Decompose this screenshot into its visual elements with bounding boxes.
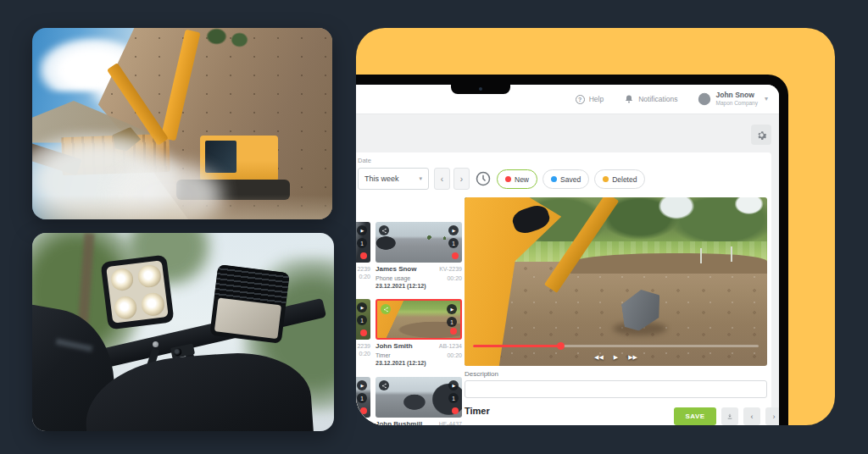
play-icon[interactable]: ▶ (448, 225, 459, 235)
description-input[interactable] (465, 380, 767, 398)
event-type: Timer (376, 352, 391, 359)
user-name: John Snow (715, 91, 758, 100)
new-status-dot (360, 252, 367, 259)
event-count-badge: 1 (357, 315, 367, 325)
share-icon[interactable] (379, 380, 389, 390)
filter-pill-deleted[interactable]: Deleted (594, 169, 645, 189)
forward-icon[interactable]: ▶▶ (628, 354, 637, 361)
video-thumbnail[interactable]: ▶ 1 (376, 222, 462, 263)
previous-video-button[interactable]: ‹ (743, 407, 760, 425)
video-list-item-selected[interactable]: ▶ 1 John SmithAB-1234 Timer00:20 23.12.2… (376, 299, 462, 366)
filter-pill-new[interactable]: New (497, 169, 537, 189)
video-date: 23.12.2021 (12:12) (376, 283, 462, 289)
event-count-badge: 1 (447, 317, 457, 327)
avatar-icon (698, 92, 711, 106)
app-screen: ? Help Notifications John Snow Mapon Com… (356, 85, 779, 425)
play-icon[interactable]: ▶ (357, 225, 367, 235)
video-list-item-partial[interactable]: ▶ 1 (356, 377, 370, 418)
help-menu-item[interactable]: ? Help (576, 95, 604, 104)
help-label: Help (589, 95, 604, 103)
video-list-item-partial[interactable]: ▶ 1 2239 0:20 (356, 299, 370, 358)
ground-shape (32, 195, 332, 219)
notifications-label: Notifications (638, 95, 677, 103)
camera-lens-shape (173, 348, 182, 357)
video-thumbnail[interactable]: ▶ 1 (376, 377, 462, 418)
download-button[interactable] (721, 407, 738, 425)
download-icon (726, 412, 733, 420)
driver-name: John Smith (376, 342, 413, 352)
user-menu[interactable]: John Snow Mapon Company ▾ (698, 91, 768, 106)
video-thumbnail[interactable]: ▶ 1 (356, 377, 370, 418)
laptop-mockup: ? Help Notifications John Snow Mapon Com… (356, 75, 788, 425)
bell-icon (624, 94, 634, 104)
new-status-dot (505, 176, 511, 182)
video-duration: 0:20 (359, 350, 370, 357)
play-icon[interactable]: ▶ (357, 380, 367, 390)
led-lamp-left (101, 255, 175, 329)
video-date: 23.12.2021 (12:12) (376, 360, 462, 366)
time-filter-button[interactable] (475, 170, 492, 187)
settings-button[interactable] (751, 125, 771, 145)
video-thumbnail[interactable]: ▶ 1 (356, 299, 370, 340)
vehicle-plate: HF-4437 (439, 420, 462, 425)
chevron-down-icon: ▾ (765, 95, 768, 102)
clock-icon (475, 170, 492, 187)
user-company: Mapon Company (715, 100, 758, 106)
led-bulb (141, 292, 165, 318)
video-progress-bar[interactable] (473, 345, 759, 347)
fence-post-shape (700, 248, 702, 263)
event-count-badge: 1 (357, 393, 367, 403)
camera-dot (479, 87, 482, 91)
video-list-item[interactable]: ▶ 1 James SnowKV-2239 Phone usage00:20 2… (376, 222, 462, 289)
chevron-right-icon: › (460, 174, 463, 184)
next-video-button[interactable]: › (765, 407, 779, 425)
app-header: ? Help Notifications John Snow Mapon Com… (356, 85, 779, 114)
yellow-panel: ? Help Notifications John Snow Mapon Com… (356, 28, 835, 425)
fence-post-shape (731, 246, 732, 262)
notifications-menu-item[interactable]: Notifications (624, 94, 677, 104)
date-filter-label: Date (358, 157, 371, 164)
led-bulb (114, 296, 138, 321)
video-duration: 00:20 (447, 274, 462, 282)
share-icon[interactable] (381, 304, 391, 314)
new-status-dot (360, 329, 367, 336)
led-lamp-right (209, 264, 290, 344)
app-content: Date This week ▾ ‹ › New (356, 114, 779, 425)
lamp-face (214, 297, 281, 339)
chevron-right-icon: › (773, 412, 776, 421)
video-duration: 0:20 (359, 273, 370, 280)
rewind-icon[interactable]: ◀◀ (594, 354, 604, 361)
video-list-item[interactable]: ▶ 1 John BushmillHF-4437 (376, 377, 462, 425)
description-label: Description (465, 370, 498, 378)
play-icon[interactable]: ▶ (614, 354, 618, 361)
video-progress-fill (473, 345, 561, 347)
event-count-badge: 1 (357, 238, 367, 248)
new-status-dot (360, 407, 367, 414)
deleted-status-dot (603, 176, 609, 182)
video-player[interactable]: ◀◀ ▶ ▶▶ (465, 197, 767, 366)
new-status-dot (452, 407, 459, 414)
prev-period-button[interactable]: ‹ (434, 168, 450, 190)
vehicle-plate: 2239 (357, 265, 370, 273)
new-status-dot (452, 252, 459, 259)
video-list-item-partial[interactable]: ▶ 1 2239 0:20 (356, 222, 370, 281)
event-type: Phone usage (376, 274, 410, 282)
date-range-dropdown[interactable]: This week ▾ (358, 168, 429, 190)
timer-section-title: Timer (465, 406, 490, 416)
date-range-value: This week (364, 174, 399, 183)
play-icon[interactable]: ▶ (447, 304, 457, 314)
vehicle-plate: AB-1234 (439, 342, 462, 352)
driver-name: John Bushmill (376, 420, 422, 425)
led-bulb (110, 268, 135, 293)
chevron-left-icon: ‹ (441, 174, 443, 184)
video-thumbnail[interactable]: ▶ 1 (376, 299, 462, 340)
play-icon[interactable]: ▶ (448, 380, 459, 390)
video-thumbnail[interactable]: ▶ 1 (356, 222, 370, 263)
event-count-badge: 1 (448, 393, 459, 403)
share-icon[interactable] (379, 225, 389, 235)
photo-excavator-quarry (32, 28, 332, 219)
filter-pill-saved[interactable]: Saved (542, 169, 589, 189)
save-button[interactable]: SAVE (674, 407, 716, 425)
next-period-button[interactable]: › (453, 168, 470, 190)
play-icon[interactable]: ▶ (357, 302, 367, 313)
